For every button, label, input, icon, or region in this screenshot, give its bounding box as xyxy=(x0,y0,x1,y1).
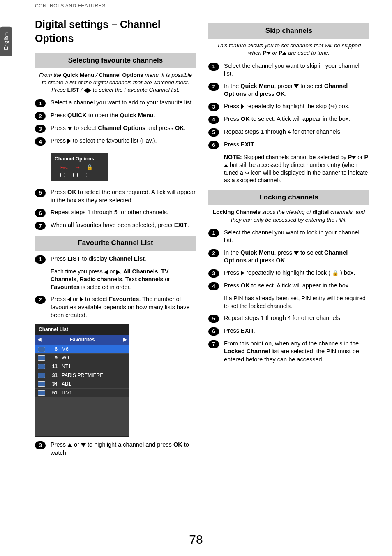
channel-list-panel: Channel List ◀ Favourites ▶ 6M69W911NT13… xyxy=(35,324,129,437)
step-text: Select a channel you want to add to your… xyxy=(51,99,196,107)
channel-number: 34 xyxy=(48,381,58,387)
step-text: Press repeatedly to highlight the lock (… xyxy=(224,269,369,277)
channel-list-empty xyxy=(35,397,129,436)
step-1: 1Select the channel you want to lock in … xyxy=(208,229,369,245)
step-text: Select the channel you want to lock in y… xyxy=(224,229,369,245)
step-7: 7 When all favourites have been selected… xyxy=(35,221,196,230)
channel-name: ITV1 xyxy=(62,389,72,396)
channel-list-tab: ◀ Favourites ▶ xyxy=(35,335,129,345)
left-arrow-icon xyxy=(104,270,108,275)
skip-icon: ↪ xyxy=(330,103,335,109)
step-3: 3 Press or to highlight a channel and pr… xyxy=(35,441,196,457)
step-5: 5Repeat steps 1 through 4 for other chan… xyxy=(208,128,369,137)
channel-row: 6M6 xyxy=(35,345,129,353)
step-badge: 7 xyxy=(208,340,219,348)
step-text: When all favourites have been selected, … xyxy=(51,221,196,229)
channel-name: W9 xyxy=(62,354,69,361)
channel-row: 34AB1 xyxy=(35,380,129,388)
step-2: 2In the Quick Menu, press to select Chan… xyxy=(208,82,369,98)
step-5: 5Repeat steps 1 through 4 for other chan… xyxy=(208,314,369,323)
step-badge: 2 xyxy=(35,296,46,304)
step-badge: 5 xyxy=(208,128,219,137)
channel-row: 31PARIS PREMIERE xyxy=(35,371,129,380)
step-4: 4Press OK to select. A tick will appear … xyxy=(208,282,369,290)
step-4: 4 Press to select the favourite list (Fa… xyxy=(35,137,196,146)
step-text: Repeat steps 1 through 4 for other chann… xyxy=(224,128,369,136)
channel-options-panel: Channel Options Fav. ↪ 🔒 xyxy=(51,153,108,181)
note-skip: NOTE: Skipped channels cannot be selecte… xyxy=(224,153,369,185)
step-badge: 5 xyxy=(35,189,46,197)
left-arrow-icon xyxy=(67,297,71,302)
step-1: 1 Select a channel you want to add to yo… xyxy=(35,99,196,107)
section-locking-channels: Locking channels xyxy=(208,190,369,205)
step-badge: 1 xyxy=(35,99,46,107)
channel-number: 31 xyxy=(48,372,58,379)
channel-name: AB1 xyxy=(62,381,71,387)
step-7: 7From this point on, when any of the cha… xyxy=(208,340,369,364)
step-badge: 1 xyxy=(208,229,219,237)
step-1: 1Select the channel you want to skip in … xyxy=(208,62,369,78)
step-6: 6 Repeat steps 1 through 5 for other cha… xyxy=(35,208,196,217)
step-2: 2 Press QUICK to open the Quick Menu. xyxy=(35,111,196,120)
step-subtext: Each time you press or , All Channels, T… xyxy=(51,268,196,291)
fav-label: Fav. xyxy=(60,165,68,170)
right-arrow-icon xyxy=(88,88,91,93)
down-arrow-icon xyxy=(81,443,86,447)
step-6: 6Press EXIT. xyxy=(208,141,369,149)
step-3: 3Press repeatedly to highlight the skip … xyxy=(208,102,369,111)
step-text: Select the channel you want to skip in y… xyxy=(224,62,369,78)
page-number: 78 xyxy=(0,531,392,548)
right-arrow-icon xyxy=(80,297,83,302)
intro-lock: Locking Channels stops the viewing of di… xyxy=(211,208,367,223)
section-skip-channels: Skip channels xyxy=(208,23,369,39)
left-arrow-icon: ◀ xyxy=(38,336,41,343)
right-column: Skip channels This feature allows you to… xyxy=(208,18,369,461)
right-arrow-icon xyxy=(67,139,71,144)
step-badge: 2 xyxy=(208,83,219,91)
tv-icon xyxy=(38,347,45,352)
page-title: Digital settings – Channel Options xyxy=(35,18,196,46)
right-arrow-icon xyxy=(116,270,120,275)
step-text: Press OK to select. A tick will appear i… xyxy=(224,282,369,290)
step-badge: 3 xyxy=(35,441,46,449)
step-text: From this point on, when any of the chan… xyxy=(224,340,369,364)
step-badge: 5 xyxy=(208,315,219,323)
checkbox-icon xyxy=(86,173,90,177)
step-badge: 2 xyxy=(208,249,219,257)
channel-list-title: Channel List xyxy=(35,324,129,335)
up-arrow-icon xyxy=(67,443,72,447)
step-text: Press QUICK to open the Quick Menu. xyxy=(51,111,196,120)
channel-name: M6 xyxy=(62,346,69,352)
chevron-up-icon xyxy=(282,52,286,55)
step-2: 2In the Quick Menu, press to select Chan… xyxy=(208,249,369,265)
step-subtext: If a PIN has already been set, PIN entry… xyxy=(224,294,369,310)
step-badge: 7 xyxy=(35,222,46,230)
step-badge: 1 xyxy=(35,255,46,264)
step-badge: 3 xyxy=(35,125,46,133)
step-text: Press to select Channel Options and pres… xyxy=(51,124,196,132)
left-arrow-icon xyxy=(84,88,88,93)
tv-icon xyxy=(38,390,45,396)
channel-number: 9 xyxy=(48,354,58,361)
down-arrow-icon xyxy=(294,251,299,255)
tv-icon xyxy=(38,355,45,361)
channel-number: 6 xyxy=(48,346,58,352)
step-badge: 6 xyxy=(35,209,46,217)
channel-number: 11 xyxy=(48,363,58,370)
panel-title: Channel Options xyxy=(55,155,104,162)
step-text: Press EXIT. xyxy=(224,141,369,149)
right-arrow-icon xyxy=(241,271,244,276)
left-column: Digital settings – Channel Options Selec… xyxy=(35,18,196,461)
step-2: 2 Press or to select Favourites. The num… xyxy=(35,295,196,320)
step-text: Repeat steps 1 through 5 for other chann… xyxy=(51,208,196,217)
checkbox-icon xyxy=(60,173,65,177)
step-badge: 6 xyxy=(208,141,219,149)
step-badge: 4 xyxy=(208,116,219,124)
channel-name: PARIS PREMIERE xyxy=(62,372,103,379)
down-arrow-icon xyxy=(294,84,299,88)
step-text: Repeat steps 1 through 4 for other chann… xyxy=(224,314,369,322)
chevron-up-icon xyxy=(224,164,228,167)
step-text: In the Quick Menu, press to select Chann… xyxy=(224,82,369,98)
step-text: Press repeatedly to highlight the skip (… xyxy=(224,102,369,111)
step-badge: 4 xyxy=(208,282,219,290)
